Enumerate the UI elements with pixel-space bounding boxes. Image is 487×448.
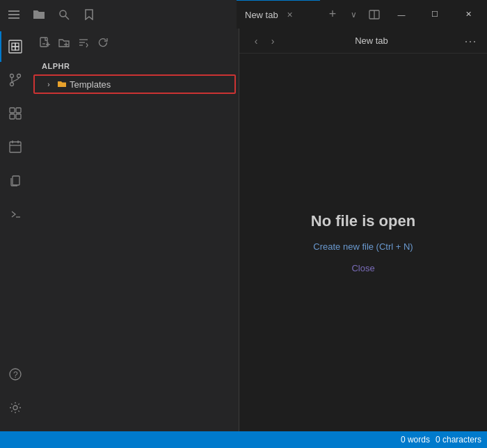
explorer-activity-icon[interactable]	[0, 31, 31, 62]
extensions-activity-icon[interactable]	[0, 98, 31, 129]
svg-rect-0	[8, 10, 19, 12]
svg-rect-10	[12, 47, 15, 50]
templates-folder-item[interactable]: › Templates	[33, 74, 236, 94]
tab-list-icon[interactable]: ∨	[344, 5, 363, 24]
folder-open-icon[interactable]	[31, 6, 47, 23]
forward-nav-button[interactable]: ›	[264, 33, 281, 49]
tab-label: New tab	[245, 10, 278, 20]
close-button[interactable]: ✕	[452, 0, 484, 29]
svg-rect-11	[15, 47, 19, 50]
folder-open-icon	[57, 79, 67, 89]
tab-close-button[interactable]: ×	[284, 8, 296, 21]
no-file-title: No file is open	[311, 212, 415, 230]
bookmark-icon[interactable]	[81, 6, 97, 23]
sidebar-toolbar	[31, 29, 239, 56]
sidebar-content: alphr › Templates	[31, 56, 239, 431]
char-count-status: 0 characters	[436, 435, 481, 445]
back-nav-button[interactable]: ‹	[248, 33, 264, 49]
restore-button[interactable]: ☐	[419, 0, 451, 29]
activity-bar-top	[0, 31, 31, 359]
new-file-toolbar-icon[interactable]	[36, 34, 53, 51]
svg-rect-9	[15, 43, 19, 47]
svg-point-27	[13, 406, 17, 410]
search-icon[interactable]	[56, 6, 72, 23]
sort-toolbar-icon[interactable]	[75, 34, 92, 51]
new-folder-toolbar-icon[interactable]	[56, 34, 72, 51]
svg-rect-23	[13, 176, 19, 185]
editor-area: ‹ › New tab ⋯ No file is open Create new…	[239, 29, 487, 431]
editor-toolbar: ‹ › New tab ⋯	[239, 29, 487, 54]
status-bar: 0 words 0 characters	[0, 431, 487, 448]
svg-rect-18	[16, 114, 21, 119]
terminal-activity-icon[interactable]	[0, 198, 31, 229]
split-view-icon[interactable]	[365, 5, 384, 24]
more-options-button[interactable]: ⋯	[462, 33, 479, 49]
svg-point-3	[60, 10, 66, 17]
editor-title: New tab	[281, 35, 462, 46]
svg-rect-15	[10, 108, 15, 113]
svg-rect-16	[16, 108, 21, 113]
sidebar: alphr › Templates	[31, 29, 239, 431]
title-bar-left	[0, 0, 237, 29]
svg-point-12	[10, 74, 14, 78]
create-new-file-link[interactable]: Create new file (Ctrl + N)	[313, 241, 413, 252]
close-link[interactable]: Close	[351, 263, 374, 273]
tab-area: New tab × + ∨ — ☐ ✕	[237, 0, 487, 29]
word-count-status: 0 words	[401, 435, 430, 445]
svg-rect-19	[10, 142, 21, 152]
new-tab[interactable]: New tab ×	[237, 0, 320, 29]
title-bar: New tab × + ∨ — ☐ ✕	[0, 0, 487, 29]
activity-bar-bottom: ?	[0, 359, 31, 429]
hamburger-icon[interactable]	[6, 0, 22, 30]
svg-rect-1	[8, 14, 19, 15]
main-layout: ?	[0, 29, 487, 431]
svg-rect-17	[10, 114, 15, 119]
settings-activity-icon[interactable]	[0, 392, 31, 423]
source-control-activity-icon[interactable]	[0, 65, 31, 95]
minimize-button[interactable]: —	[385, 0, 417, 29]
svg-text:?: ?	[13, 370, 18, 380]
refresh-toolbar-icon[interactable]	[95, 34, 111, 51]
editor-main: No file is open Create new file (Ctrl + …	[239, 54, 487, 431]
svg-rect-2	[8, 17, 19, 19]
help-activity-icon[interactable]: ?	[0, 359, 31, 390]
folder-chevron: ›	[43, 81, 54, 88]
workspace-label: alphr	[31, 59, 239, 73]
new-tab-icon[interactable]: +	[323, 5, 342, 24]
calendar-activity-icon[interactable]	[0, 131, 31, 162]
activity-bar: ?	[0, 29, 31, 431]
svg-rect-8	[12, 43, 15, 47]
svg-point-13	[17, 74, 21, 78]
svg-rect-28	[40, 38, 47, 47]
svg-line-4	[65, 16, 69, 19]
copy-activity-icon[interactable]	[0, 165, 31, 195]
folder-name-label: Templates	[70, 79, 111, 90]
